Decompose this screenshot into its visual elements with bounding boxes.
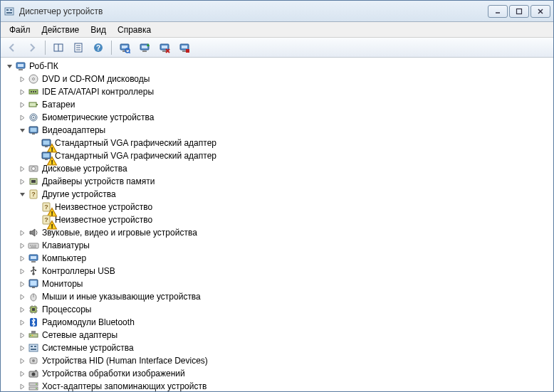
tree-item[interactable]: Неизвестное устройство: [4, 213, 553, 226]
device-tree: Роб-ПКDVD и CD-ROM дисководыIDE ATA/ATAP…: [1, 60, 553, 391]
expander-icon[interactable]: [16, 240, 28, 251]
expander-icon: [29, 201, 41, 213]
tree-item-label: Батареи: [42, 100, 75, 110]
expander-icon[interactable]: [16, 125, 28, 136]
back-button[interactable]: [4, 39, 21, 56]
bluetooth-icon: [28, 317, 39, 328]
tree-item[interactable]: Другие устройства: [4, 188, 553, 201]
expander-icon[interactable]: [16, 368, 28, 379]
device-tree-panel[interactable]: Роб-ПКDVD и CD-ROM дисководыIDE ATA/ATAP…: [1, 58, 553, 391]
tree-item[interactable]: Компьютер: [4, 252, 553, 265]
keyboard-icon: [28, 240, 39, 251]
tree-item-label: Хост-адаптеры запоминающих устройств: [42, 381, 207, 391]
menubar: Файл Действие Вид Справка: [1, 22, 553, 38]
tree-item[interactable]: Биометрические устройства: [4, 111, 553, 124]
tree-item[interactable]: Устройства HID (Human Interface Devices): [4, 354, 553, 367]
tree-item[interactable]: Драйверы устройств памяти: [4, 175, 553, 188]
tree-item-label: Сетевые адаптеры: [42, 330, 117, 340]
tree-item[interactable]: Процессоры: [4, 303, 553, 316]
tree-item-label: Мыши и иные указывающие устройства: [42, 292, 201, 302]
menu-file[interactable]: Файл: [4, 23, 36, 36]
forward-button[interactable]: [23, 39, 41, 56]
tree-item[interactable]: Мыши и иные указывающие устройства: [4, 290, 553, 303]
expander-icon[interactable]: [16, 381, 28, 391]
tree-item[interactable]: Роб-ПК: [4, 60, 553, 73]
maximize-button[interactable]: [509, 5, 529, 18]
tree-item[interactable]: Хост-адаптеры запоминающих устройств: [4, 380, 553, 391]
expander-icon[interactable]: [16, 86, 28, 97]
menu-help[interactable]: Справка: [112, 23, 157, 36]
expander-icon[interactable]: [16, 99, 28, 110]
tree-item-label: Биометрические устройства: [42, 112, 154, 122]
tree-item[interactable]: Устройства обработки изображений: [4, 367, 553, 380]
update-driver-button[interactable]: [136, 39, 153, 56]
tree-item-label: Клавиатуры: [42, 240, 90, 250]
tree-item[interactable]: DVD и CD-ROM дисководы: [4, 73, 553, 85]
hid-icon: [28, 355, 39, 366]
memdrv-icon: [28, 176, 39, 187]
tree-item-label: Контроллеры USB: [42, 266, 115, 276]
expander-icon[interactable]: [16, 112, 28, 123]
tree-item[interactable]: Радиомодули Bluetooth: [4, 316, 553, 329]
tree-item-label: Роб-ПК: [29, 61, 58, 71]
warning-overlay-icon: [46, 143, 53, 150]
tree-item[interactable]: Стандартный VGA графический адаптер: [4, 137, 553, 149]
expander-icon[interactable]: [16, 253, 28, 264]
expander-icon[interactable]: [16, 278, 28, 290]
sound-icon: [28, 227, 39, 238]
expander-icon[interactable]: [4, 60, 15, 72]
tree-item[interactable]: Клавиатуры: [4, 239, 553, 252]
expander-icon[interactable]: [16, 317, 28, 328]
svg-line-84: [129, 52, 130, 53]
svg-marker-88: [186, 49, 189, 53]
tree-item[interactable]: Дисковые устройства: [4, 162, 553, 175]
scan-hardware-button[interactable]: [116, 39, 133, 56]
tree-item-label: Видеоадаптеры: [42, 125, 105, 135]
tree-item[interactable]: Сетевые адаптеры: [4, 329, 553, 341]
tree-item-label: Компьютер: [42, 253, 86, 263]
tree-item[interactable]: IDE ATA/ATAPI контроллеры: [4, 85, 553, 98]
storage-icon: [28, 381, 39, 391]
expander-icon[interactable]: [16, 163, 28, 174]
menu-view[interactable]: Вид: [85, 23, 112, 36]
expander-icon[interactable]: [16, 265, 28, 277]
expander-icon[interactable]: [16, 304, 28, 315]
menu-action[interactable]: Действие: [36, 23, 85, 36]
tree-item[interactable]: Батареи: [4, 98, 553, 111]
expander-icon[interactable]: [16, 73, 28, 85]
tree-item-label: Другие устройства: [42, 189, 116, 199]
minimize-button[interactable]: [488, 5, 508, 18]
show-hidden-button[interactable]: [50, 39, 67, 56]
expander-icon[interactable]: [16, 329, 28, 341]
expander-icon[interactable]: [16, 291, 28, 302]
battery-icon: [28, 99, 39, 110]
expander-icon[interactable]: [16, 176, 28, 187]
warning-overlay-icon: [46, 207, 53, 214]
monitor-icon: [28, 278, 39, 290]
window-controls: [488, 5, 550, 18]
unknown-icon: [41, 201, 52, 213]
close-button[interactable]: [531, 5, 550, 18]
tree-item[interactable]: Мониторы: [4, 277, 553, 290]
expander-icon[interactable]: [16, 355, 28, 366]
disable-button[interactable]: [176, 39, 193, 56]
tree-item-label: Процессоры: [42, 304, 92, 314]
expander-icon[interactable]: [16, 227, 28, 238]
expander-icon[interactable]: [16, 189, 28, 200]
warning-overlay-icon: [46, 220, 53, 227]
ide-icon: [28, 86, 39, 97]
expander-icon[interactable]: [16, 342, 28, 354]
uninstall-button[interactable]: [156, 39, 173, 56]
tree-item[interactable]: Видеоадаптеры: [4, 124, 553, 137]
expander-icon: [29, 214, 41, 226]
toolbar-separator: [45, 41, 46, 55]
tree-item-label: Стандартный VGA графический адаптер: [55, 138, 216, 148]
tree-item[interactable]: Неизвестное устройство: [4, 201, 553, 213]
tree-item[interactable]: Стандартный VGA графический адаптер: [4, 149, 553, 162]
tree-item-label: Неизвестное устройство: [55, 215, 152, 225]
tree-item[interactable]: Контроллеры USB: [4, 265, 553, 277]
help-button[interactable]: ?: [90, 39, 107, 56]
tree-item[interactable]: Системные устройства: [4, 341, 553, 354]
properties-button[interactable]: [70, 39, 87, 56]
tree-item[interactable]: Звуковые, видео и игровые устройства: [4, 226, 553, 239]
